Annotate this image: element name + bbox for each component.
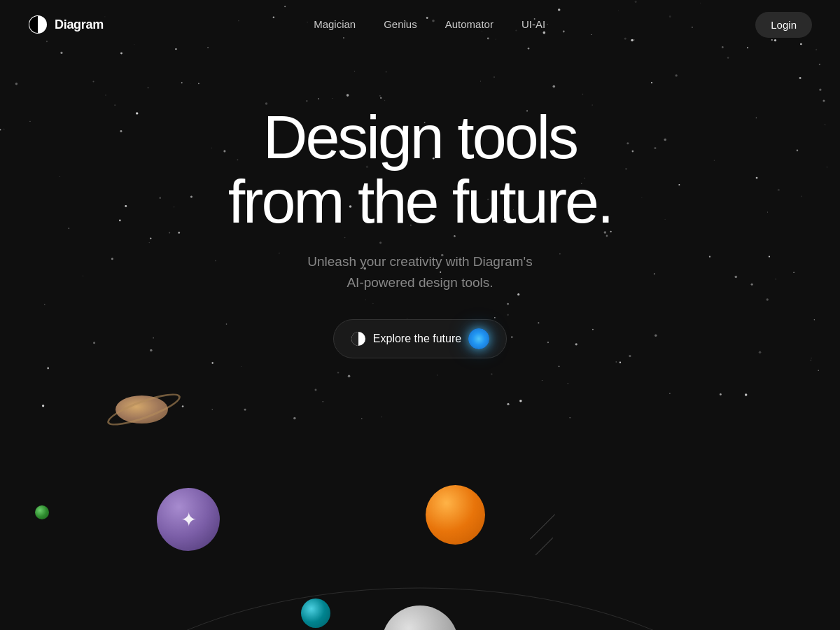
- hero-section: Design tools from the future. Unleash yo…: [0, 49, 840, 358]
- login-button[interactable]: Login: [755, 12, 812, 38]
- planet-teal: [301, 598, 330, 628]
- logo-text: Diagram: [55, 18, 104, 32]
- hero-subtitle: Unleash your creativity with Diagram's A…: [307, 251, 532, 294]
- cta-glow-orb: [468, 328, 489, 349]
- cta-label: Explore the future: [373, 332, 461, 345]
- logo-icon: [28, 15, 48, 34]
- logo[interactable]: Diagram: [28, 15, 104, 34]
- hero-subtitle-line2: AI-powered design tools.: [346, 275, 493, 290]
- nav-magician[interactable]: Magician: [314, 18, 356, 30]
- nav-ui-ai[interactable]: UI-AI: [522, 18, 545, 30]
- planet-purple: [157, 488, 220, 551]
- nav-links: Magician Genius Automator UI-AI: [314, 18, 545, 31]
- hero-title-line2: from the future.: [228, 167, 612, 236]
- navbar: Diagram Magician Genius Automator UI-AI …: [0, 0, 840, 49]
- hero-title-line1: Design tools: [263, 102, 577, 172]
- planet-saturn: [115, 396, 168, 424]
- cta-button[interactable]: Explore the future: [333, 319, 507, 358]
- planet-green: [35, 505, 49, 519]
- nav-automator[interactable]: Automator: [445, 18, 493, 30]
- diagram-icon: [351, 331, 366, 346]
- hero-subtitle-line1: Unleash your creativity with Diagram's: [307, 254, 532, 269]
- hero-title: Design tools from the future.: [228, 105, 612, 234]
- planet-orange: [426, 485, 485, 545]
- nav-genius[interactable]: Genius: [384, 18, 417, 30]
